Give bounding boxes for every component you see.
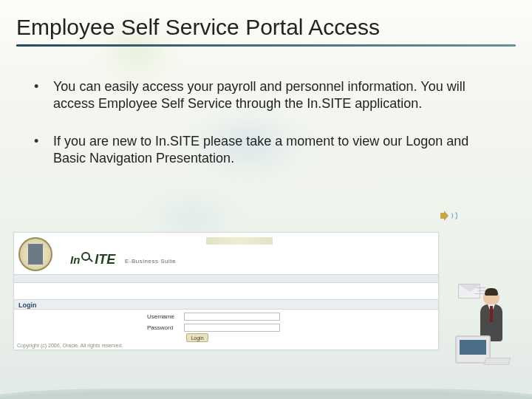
password-label: Password: [147, 324, 180, 331]
title-area: Employee Self Service Portal Access: [16, 15, 516, 47]
brand-subtitle: E-Business Suite: [125, 258, 176, 265]
keyboard-icon: [484, 358, 511, 365]
envelope-icon: [458, 284, 480, 299]
bullet-list: You can easily access your payroll and p…: [34, 78, 470, 188]
decor-smudge: [206, 237, 273, 245]
login-fields: Username Password: [147, 313, 280, 335]
login-screenshot: In ITE E-Business Suite Login Username P…: [13, 232, 439, 350]
title-underline: [16, 44, 516, 47]
login-button[interactable]: Login: [186, 333, 208, 342]
password-row: Password: [147, 324, 280, 332]
insite-logo: In ITE: [70, 252, 115, 267]
bullet-item: If you are new to In.SITE please take a …: [34, 133, 470, 167]
tab-bar: [14, 274, 438, 283]
person-icon: [483, 290, 499, 306]
copyright-text: Copyright (c) 2006, Oracle. All rights r…: [17, 343, 123, 348]
speaker-icon[interactable]: [440, 210, 454, 223]
bullet-item: You can easily access your payroll and p…: [34, 78, 470, 112]
password-input[interactable]: [184, 324, 280, 332]
username-input[interactable]: [184, 313, 280, 321]
clipart-group: [455, 282, 523, 364]
username-label: Username: [147, 313, 180, 320]
slide-title: Employee Self Service Portal Access: [16, 15, 516, 40]
username-row: Username: [147, 313, 280, 321]
footer-decor: [0, 380, 532, 399]
brand-prefix: In: [70, 253, 80, 266]
login-section-header: Login: [14, 299, 438, 310]
org-seal-icon: [18, 237, 52, 271]
magnifier-icon: [81, 252, 93, 264]
brand-suffix: ITE: [95, 252, 115, 267]
slide: Employee Self Service Portal Access You …: [0, 0, 532, 399]
